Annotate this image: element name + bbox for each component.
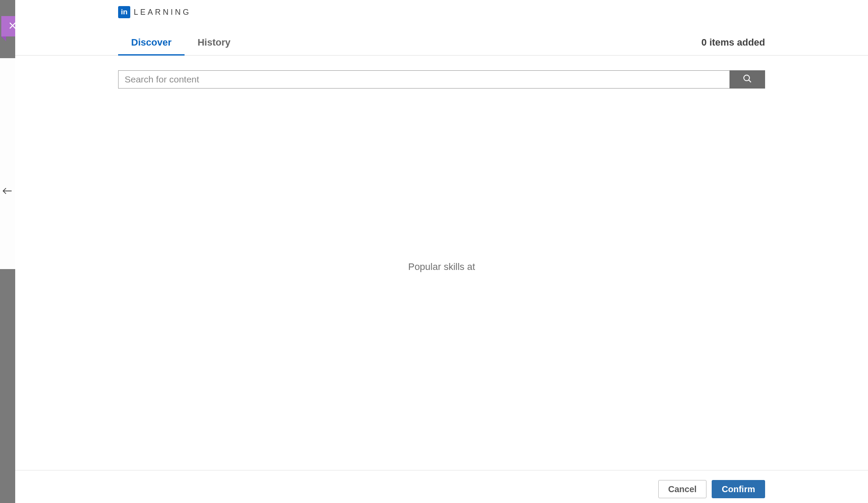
brand-logo-text: LEARNING — [134, 8, 191, 17]
tabs: Discover History — [118, 37, 244, 55]
svg-line-4 — [749, 80, 751, 82]
content-picker-modal: in LEARNING Discover History 0 items add… — [15, 0, 868, 503]
tab-bar: Discover History 0 items added — [15, 33, 868, 56]
popular-skills-heading: Popular skills at — [408, 261, 475, 273]
close-tag-tail — [1, 36, 6, 41]
content-body: Popular skills at — [15, 89, 868, 470]
tab-discover[interactable]: Discover — [118, 37, 185, 55]
search-input[interactable] — [118, 70, 729, 89]
brand-logo: in LEARNING — [15, 0, 868, 18]
items-added-count: 0 items added — [701, 37, 765, 55]
confirm-button[interactable]: Confirm — [712, 480, 765, 498]
search-button[interactable] — [729, 70, 765, 89]
tab-history[interactable]: History — [185, 37, 244, 55]
modal-footer: Cancel Confirm — [15, 470, 868, 503]
svg-point-3 — [744, 75, 749, 81]
search-icon — [742, 73, 752, 85]
back-arrow-icon — [2, 185, 13, 197]
search-bar — [15, 56, 868, 89]
linkedin-logo-mark: in — [118, 6, 130, 18]
cancel-button[interactable]: Cancel — [658, 480, 707, 498]
backdrop-panel-strip — [0, 58, 15, 269]
